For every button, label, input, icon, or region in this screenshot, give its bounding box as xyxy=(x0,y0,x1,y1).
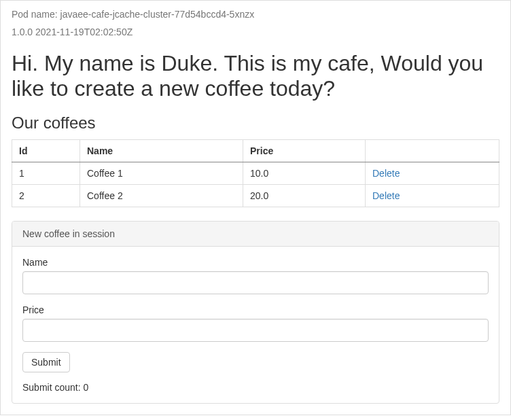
cell-name: Coffee 2 xyxy=(80,184,243,207)
price-input[interactable] xyxy=(22,319,489,342)
submit-count: Submit count: 0 xyxy=(22,382,489,393)
col-header-name: Name xyxy=(80,139,243,162)
price-label: Price xyxy=(22,304,489,315)
form-group-name: Name xyxy=(22,257,489,294)
cell-id: 1 xyxy=(12,162,80,184)
table-header-row: Id Name Price xyxy=(12,139,499,162)
delete-link[interactable]: Delete xyxy=(372,168,400,179)
cell-name: Coffee 1 xyxy=(80,162,243,184)
section-title-coffees: Our coffees xyxy=(12,113,499,133)
submit-button[interactable]: Submit xyxy=(22,352,70,372)
form-group-price: Price xyxy=(22,304,489,342)
page-title: Hi. My name is Duke. This is my cafe, Wo… xyxy=(12,51,499,101)
pod-name: Pod name: javaee-cafe-jcache-cluster-77d… xyxy=(12,9,499,20)
version-info: 1.0.0 2021-11-19T02:02:50Z xyxy=(12,27,499,37)
new-coffee-panel: New coffee in session Name Price Submit … xyxy=(12,221,499,404)
name-label: Name xyxy=(22,257,489,268)
col-header-price: Price xyxy=(243,139,366,162)
cell-id: 2 xyxy=(12,184,80,207)
cell-price: 10.0 xyxy=(243,162,366,184)
table-row: 2 Coffee 2 20.0 Delete xyxy=(12,184,499,207)
coffees-table: Id Name Price 1 Coffee 1 10.0 Delete 2 C… xyxy=(12,139,499,207)
col-header-id: Id xyxy=(12,139,80,162)
col-header-actions xyxy=(366,139,499,162)
app-container: Pod name: javaee-cafe-jcache-cluster-77d… xyxy=(0,0,511,415)
table-row: 1 Coffee 1 10.0 Delete xyxy=(12,162,499,184)
panel-title: New coffee in session xyxy=(12,222,499,247)
name-input[interactable] xyxy=(22,271,489,294)
delete-link[interactable]: Delete xyxy=(372,190,400,201)
cell-price: 20.0 xyxy=(243,184,366,207)
panel-body: Name Price Submit Submit count: 0 xyxy=(12,247,499,403)
